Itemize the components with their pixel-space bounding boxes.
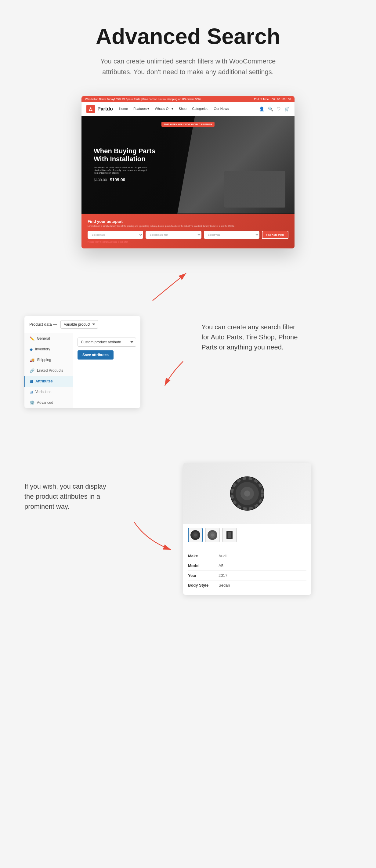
- subtitle: You can create unlimited search filters …: [93, 56, 283, 77]
- advanced-icon: ⚙️: [30, 400, 34, 405]
- search-inputs: Select make Select make first Select yea…: [88, 231, 288, 239]
- advanced-label: Advanced: [37, 400, 53, 405]
- inventory-icon: ◆: [30, 347, 33, 351]
- tire-thumb-2[interactable]: [205, 528, 220, 542]
- browser-section: Was billion Black Friday! 85% Of Spare P…: [81, 96, 295, 249]
- attr-val-make: Audi: [219, 554, 226, 558]
- save-attrs-button[interactable]: Save attributes: [77, 350, 114, 360]
- svg-point-1: [90, 108, 92, 111]
- linked-label: Linked Products: [37, 368, 63, 373]
- product-attrs-table: Make Audi Model A5 Year 2017 Body Style …: [183, 546, 311, 595]
- attr-row-model: Model A5: [188, 561, 306, 571]
- svg-point-15: [211, 533, 214, 536]
- general-label: General: [37, 336, 50, 341]
- attr-key-model: Model: [188, 563, 219, 568]
- hero-desc: Installation of parts in the services of…: [94, 166, 149, 174]
- variations-label: Variations: [35, 390, 51, 394]
- nav-logo: Partdo: [86, 105, 113, 113]
- nav-link-features[interactable]: Features ▾: [133, 107, 149, 111]
- old-price: $139.00: [94, 178, 107, 182]
- right-text: You can create any search filter for Aut…: [201, 322, 299, 352]
- product-panel: Product data — Variable product ✏️ Gener…: [24, 316, 140, 408]
- nav-item-general[interactable]: ✏️ General: [24, 333, 73, 344]
- svg-point-12: [194, 533, 197, 536]
- nav-item-shipping[interactable]: 🚚 Shipping: [24, 355, 73, 365]
- logo-icon: [86, 105, 95, 113]
- model-select[interactable]: Select make first: [146, 231, 201, 239]
- attr-val-bodystyle: Sedan: [219, 583, 230, 588]
- hero-content: When Buying PartsWith Installation Insta…: [94, 147, 155, 183]
- search-box: Find your autopart Lorem Ipsum is simply…: [82, 214, 294, 248]
- attributes-label: Attributes: [35, 379, 53, 383]
- arrow-curved-right-svg: [128, 516, 177, 559]
- hero-price: $139.00 $109.00: [94, 177, 155, 182]
- hero-title: When Buying PartsWith Installation: [94, 147, 155, 163]
- nav-link-whatson[interactable]: What's On ▾: [155, 107, 173, 111]
- tire-thumbnails: [183, 524, 311, 546]
- product-data-section: Product data — Variable product ✏️ Gener…: [12, 316, 364, 408]
- search-icon[interactable]: 🔍: [268, 106, 273, 112]
- arrow-left-section: [159, 355, 183, 393]
- panel-header: Product data — Variable product: [24, 316, 140, 333]
- nav-item-advanced[interactable]: ⚙️ Advanced: [24, 397, 73, 408]
- panel-sidebar: ✏️ General ◆ Inventory 🚚 Shipping 🔗 Link…: [24, 333, 140, 408]
- nav-link-categories[interactable]: Categories: [192, 107, 208, 111]
- svg-rect-17: [228, 532, 231, 538]
- nav-item-linked[interactable]: 🔗 Linked Products: [24, 365, 73, 376]
- nav-link-home[interactable]: Home: [119, 107, 128, 111]
- attr-row-bodystyle: Body Style Sedan: [188, 581, 306, 590]
- variations-icon: ⊞: [30, 390, 33, 394]
- browser-nav: Partdo Home Features ▾ What's On ▾ Shop …: [82, 102, 294, 116]
- header-section: Advanced Search You can create unlimited…: [12, 24, 364, 78]
- hero-badge: This Week Only for World Premier: [161, 122, 215, 127]
- inventory-label: Inventory: [35, 347, 50, 351]
- left-text-section: If you wish, you can display the product…: [24, 463, 110, 512]
- hero-area: This Week Only for World Premier When Bu…: [82, 116, 294, 214]
- user-icon[interactable]: 👤: [259, 106, 264, 112]
- search-box-title: Find your autopart: [88, 219, 288, 224]
- hero-tattoo-detail: [224, 171, 285, 208]
- attr-key-bodystyle: Body Style: [188, 583, 219, 588]
- panel-content: Custom product attribute Save attributes: [73, 333, 140, 408]
- attr-val-year: 2017: [219, 573, 227, 578]
- cart-icon[interactable]: 🛒: [284, 106, 290, 112]
- nav-item-variations[interactable]: ⊞ Variations: [24, 387, 73, 397]
- nav-item-inventory[interactable]: ◆ Inventory: [24, 344, 73, 355]
- tire-thumb-1[interactable]: [188, 528, 202, 542]
- svg-point-8: [244, 491, 250, 497]
- section-gap-1: [12, 432, 364, 451]
- left-text: If you wish, you can display the product…: [24, 481, 110, 512]
- year-select[interactable]: Select year: [204, 231, 259, 239]
- find-parts-button[interactable]: Find Auto Parts: [262, 231, 288, 239]
- browser-topbar: Was billion Black Friday! 85% Of Spare P…: [82, 96, 294, 102]
- countdown-value: 00 : 00 : 00 : 00: [272, 98, 291, 101]
- nav-item-attributes[interactable]: ⊞ Attributes: [24, 376, 73, 387]
- arrow-up-right-svg: [134, 267, 195, 304]
- tire-image-area: [183, 463, 311, 524]
- attr-key-make: Make: [188, 554, 219, 558]
- nav-icons: 👤 🔍 ♡ 🛒: [259, 106, 290, 112]
- attr-select-wrapper: Custom product attribute: [77, 338, 136, 347]
- right-text-section: You can create any search filter for Aut…: [201, 316, 352, 352]
- attr-select[interactable]: Custom product attribute: [77, 338, 136, 347]
- nav-links: Home Features ▾ What's On ▾ Shop Categor…: [119, 107, 229, 111]
- panel-nav: ✏️ General ◆ Inventory 🚚 Shipping 🔗 Link…: [24, 333, 73, 408]
- tire-main-svg: [229, 475, 265, 512]
- page-wrapper: Advanced Search You can create unlimited…: [0, 0, 376, 638]
- attr-key-year: Year: [188, 573, 219, 578]
- attributes-icon: ⊞: [30, 379, 33, 384]
- wishlist-icon[interactable]: ♡: [277, 106, 281, 112]
- countdown: End of Time: 00 : 00 : 00 : 00: [254, 98, 291, 101]
- tire-thumb-3[interactable]: [222, 528, 237, 542]
- attr-row-make: Make Audi: [188, 551, 306, 561]
- product-type-select[interactable]: Variable product: [60, 320, 98, 329]
- attr-row-year: Year 2017: [188, 571, 306, 581]
- arrow-right-section: [128, 516, 165, 560]
- bottom-section: If you wish, you can display the product…: [12, 463, 364, 595]
- new-price: $109.00: [110, 177, 125, 182]
- nav-link-ournews[interactable]: Our News: [214, 107, 228, 111]
- linked-icon: 🔗: [30, 368, 34, 373]
- nav-link-shop[interactable]: Shop: [179, 107, 187, 111]
- make-select[interactable]: Select make: [88, 231, 143, 239]
- product-display-panel: Make Audi Model A5 Year 2017 Body Style …: [183, 463, 311, 595]
